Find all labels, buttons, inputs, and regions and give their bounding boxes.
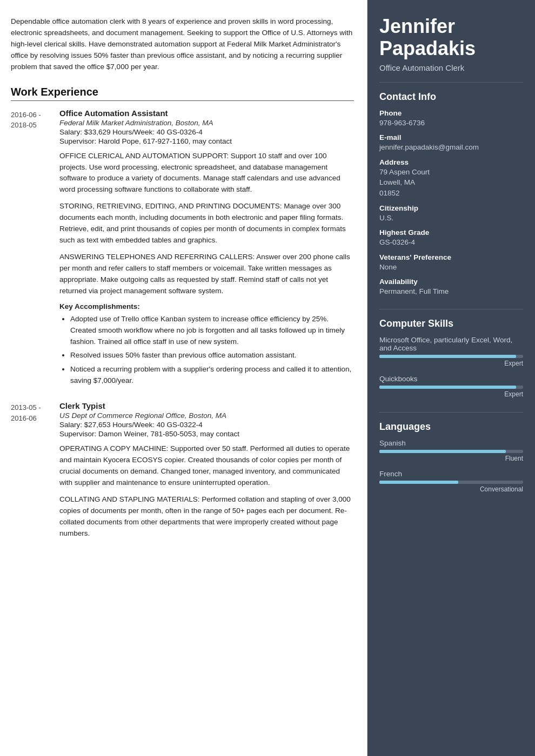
computer-skills-title: Computer Skills — [379, 318, 523, 329]
languages-section: Languages SpanishFluentFrenchConversatio… — [367, 413, 535, 507]
main-column: Dependable office automation clerk with … — [0, 0, 367, 756]
skill-bar-background — [379, 386, 523, 389]
citizenship-value: U.S. — [379, 213, 523, 224]
skills-container: Microsoft Office, particularly Excel, Wo… — [379, 336, 523, 398]
address-value: 79 Aspen Court Lowell, MA 01852 — [379, 167, 523, 199]
candidate-job-title: Office Automation Clerk — [379, 63, 523, 72]
phone-item: Phone 978-963-6736 — [379, 109, 523, 129]
list-item: Adopted use of Trello office Kanban syst… — [70, 314, 354, 348]
highest-grade-value: GS-0326-4 — [379, 237, 523, 248]
phone-label: Phone — [379, 109, 523, 117]
veterans-value: None — [379, 262, 523, 273]
key-accomplishments-label: Key Accomplishments: — [59, 302, 354, 310]
phone-value: 978-963-6736 — [379, 118, 523, 129]
sidebar-header: Jennifer Papadakis Office Automation Cle… — [367, 0, 535, 82]
job-description-paragraph: OFFICE CLERICAL AND AUTOMATION SUPPORT: … — [59, 151, 354, 196]
language-bar-fill — [379, 481, 458, 484]
languages-container: SpanishFluentFrenchConversational — [379, 439, 523, 493]
job-org: Federal Milk Market Administration, Bost… — [59, 119, 354, 127]
job-title: Clerk Typist — [59, 401, 354, 410]
candidate-name: Jennifer Papadakis — [379, 15, 523, 60]
language-block: SpanishFluent — [379, 439, 523, 462]
job-meta-salary: Salary: $27,653 Hours/Week: 40 GS-0322-4 — [59, 421, 354, 429]
skill-bar-fill — [379, 355, 516, 358]
job-title: Office Automation Assistant — [59, 109, 354, 118]
sidebar: Jennifer Papadakis Office Automation Cle… — [367, 0, 535, 756]
job-details: Office Automation AssistantFederal Milk … — [59, 109, 354, 390]
skill-level: Expert — [379, 360, 523, 367]
address-label: Address — [379, 158, 523, 166]
job-meta-supervisor: Supervisor: Damon Weiner, 781-850-5053, … — [59, 430, 354, 438]
language-bar-fill — [379, 450, 506, 453]
job-description-paragraph: COLLATING AND STAPLING MATERIALS: Perfor… — [59, 494, 354, 539]
language-block: FrenchConversational — [379, 470, 523, 493]
contact-info-title: Contact Info — [379, 91, 523, 103]
job-details: Clerk TypistUS Dept of Commerce Regional… — [59, 401, 354, 543]
availability-item: Availability Permanent, Full Time — [379, 278, 523, 297]
job-description-paragraph: OPERATING A COPY MACHINE: Supported over… — [59, 443, 354, 489]
job-meta-salary: Salary: $33,629 Hours/Week: 40 GS-0326-4 — [59, 128, 354, 136]
job-block: 2016-06 -2018-05Office Automation Assist… — [11, 109, 354, 390]
skill-bar-background — [379, 355, 523, 358]
skill-block: Microsoft Office, particularly Excel, Wo… — [379, 336, 523, 367]
language-level: Conversational — [379, 485, 523, 493]
page-layout: Dependable office automation clerk with … — [0, 0, 535, 756]
jobs-container: 2016-06 -2018-05Office Automation Assist… — [11, 109, 354, 544]
skill-name: Quickbooks — [379, 375, 523, 383]
summary-text: Dependable office automation clerk with … — [11, 16, 354, 73]
job-description-paragraph: ANSWERING TELEPHONES AND REFERRING CALLE… — [59, 252, 354, 297]
language-level: Fluent — [379, 455, 523, 462]
languages-title: Languages — [379, 421, 523, 433]
veterans-label: Veterans' Preference — [379, 253, 523, 261]
skill-level: Expert — [379, 390, 523, 398]
language-bar-background — [379, 450, 523, 453]
availability-label: Availability — [379, 278, 523, 286]
language-name: French — [379, 470, 523, 478]
email-value: jennifer.papadakis@gmail.com — [379, 142, 523, 153]
work-experience-section: Work Experience 2016-06 -2018-05Office A… — [11, 86, 354, 544]
skill-name: Microsoft Office, particularly Excel, Wo… — [379, 336, 523, 352]
job-block: 2013-05 -2016-06Clerk TypistUS Dept of C… — [11, 401, 354, 543]
contact-info-section: Contact Info Phone 978-963-6736 E-mail j… — [367, 83, 535, 309]
highest-grade-item: Highest Grade GS-0326-4 — [379, 228, 523, 248]
list-item: Noticed a recurring problem with a suppl… — [70, 364, 354, 387]
computer-skills-section: Computer Skills Microsoft Office, partic… — [367, 309, 535, 412]
list-item: Resolved issues 50% faster than previous… — [70, 350, 354, 361]
job-dates: 2013-05 -2016-06 — [11, 401, 59, 543]
citizenship-label: Citizenship — [379, 204, 523, 212]
email-item: E-mail jennifer.papadakis@gmail.com — [379, 133, 523, 153]
veterans-item: Veterans' Preference None — [379, 253, 523, 273]
email-label: E-mail — [379, 133, 523, 141]
job-dates: 2016-06 -2018-05 — [11, 109, 59, 390]
availability-value: Permanent, Full Time — [379, 286, 523, 297]
address-item: Address 79 Aspen Court Lowell, MA 01852 — [379, 158, 523, 199]
job-org: US Dept of Commerce Regional Office, Bos… — [59, 411, 354, 420]
citizenship-item: Citizenship U.S. — [379, 204, 523, 224]
language-bar-background — [379, 481, 523, 484]
language-name: Spanish — [379, 439, 523, 447]
job-description-paragraph: STORING, RETRIEVING, EDITING, AND PRINTI… — [59, 201, 354, 246]
work-experience-title: Work Experience — [11, 86, 354, 101]
accomplishments-list: Adopted use of Trello office Kanban syst… — [59, 314, 354, 387]
highest-grade-label: Highest Grade — [379, 228, 523, 237]
skill-block: QuickbooksExpert — [379, 375, 523, 398]
skill-bar-fill — [379, 386, 516, 389]
job-meta-supervisor: Supervisor: Harold Pope, 617-927-1160, m… — [59, 137, 354, 145]
